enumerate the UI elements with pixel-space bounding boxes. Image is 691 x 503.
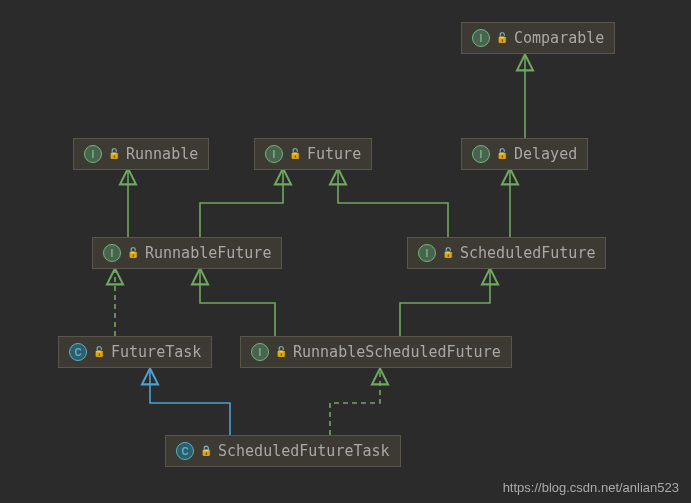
node-futuretask: C 🔓 FutureTask: [58, 336, 212, 368]
node-delayed: I 🔓 Delayed: [461, 138, 588, 170]
interface-icon: I: [472, 29, 490, 47]
node-label: FutureTask: [111, 343, 201, 361]
node-scheduledfuturetask: C 🔒 ScheduledFutureTask: [165, 435, 401, 467]
node-scheduledfuture: I 🔓 ScheduledFuture: [407, 237, 606, 269]
unlock-icon: 🔓: [275, 347, 287, 357]
node-label: Delayed: [514, 145, 577, 163]
node-label: RunnableScheduledFuture: [293, 343, 501, 361]
node-runnable: I 🔓 Runnable: [73, 138, 209, 170]
unlock-icon: 🔓: [127, 248, 139, 258]
unlock-icon: 🔓: [442, 248, 454, 258]
interface-icon: I: [418, 244, 436, 262]
node-label: Comparable: [514, 29, 604, 47]
unlock-icon: 🔓: [108, 149, 120, 159]
node-label: Runnable: [126, 145, 198, 163]
unlock-icon: 🔓: [496, 149, 508, 159]
watermark-text: https://blog.csdn.net/anlian523: [503, 480, 679, 495]
node-runnablefuture: I 🔓 RunnableFuture: [92, 237, 282, 269]
node-label: Future: [307, 145, 361, 163]
node-label: ScheduledFuture: [460, 244, 595, 262]
class-icon: C: [69, 343, 87, 361]
interface-icon: I: [103, 244, 121, 262]
interface-icon: I: [84, 145, 102, 163]
unlock-icon: 🔓: [496, 33, 508, 43]
interface-icon: I: [251, 343, 269, 361]
node-comparable: I 🔓 Comparable: [461, 22, 615, 54]
interface-icon: I: [472, 145, 490, 163]
class-icon: C: [176, 442, 194, 460]
node-label: RunnableFuture: [145, 244, 271, 262]
node-label: ScheduledFutureTask: [218, 442, 390, 460]
lock-icon: 🔒: [200, 446, 212, 456]
node-future: I 🔓 Future: [254, 138, 372, 170]
interface-icon: I: [265, 145, 283, 163]
node-runnablescheduledfuture: I 🔓 RunnableScheduledFuture: [240, 336, 512, 368]
unlock-icon: 🔓: [289, 149, 301, 159]
unlock-icon: 🔓: [93, 347, 105, 357]
